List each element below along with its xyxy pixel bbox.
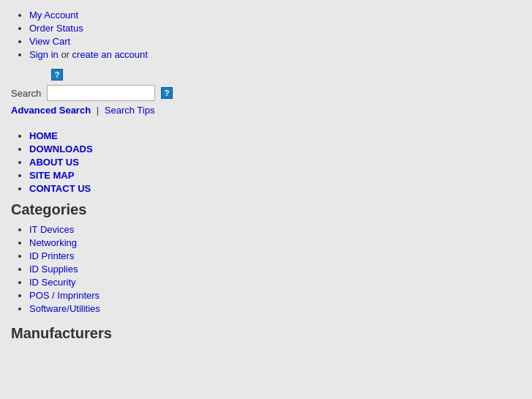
id-security-link[interactable]: ID Security — [29, 277, 76, 288]
view-cart-link[interactable]: View Cart — [29, 36, 70, 47]
list-item: Software/Utilities — [29, 303, 521, 314]
search-links: Advanced Search | Search Tips — [11, 105, 521, 116]
list-item: Order Status — [29, 23, 521, 34]
manufacturers-section: Manufacturers — [11, 325, 521, 342]
pos-imprinters-link[interactable]: POS / Imprinters — [29, 290, 100, 301]
about-us-link[interactable]: ABOUT US — [29, 157, 79, 168]
search-icon-top-wrapper — [11, 69, 521, 85]
categories-list: IT Devices Networking ID Printers ID Sup… — [11, 224, 521, 314]
list-item: HOME — [29, 130, 521, 141]
list-item: IT Devices — [29, 224, 521, 235]
main-nav-list: HOME DOWNLOADS ABOUT US SITE MAP CONTACT… — [11, 130, 521, 194]
list-item: POS / Imprinters — [29, 290, 521, 301]
list-item: SITE MAP — [29, 170, 521, 181]
sign-in-link[interactable]: Sign in — [29, 49, 59, 60]
top-nav-list: My Account Order Status View Cart Sign i… — [11, 10, 521, 60]
list-item: Networking — [29, 237, 521, 248]
id-printers-link[interactable]: ID Printers — [29, 250, 74, 261]
search-section: Search Advanced Search | Search Tips — [11, 69, 521, 116]
id-supplies-link[interactable]: ID Supplies — [29, 264, 78, 275]
search-help-icon-top[interactable] — [51, 69, 63, 81]
list-item: ID Supplies — [29, 264, 521, 275]
top-nav: My Account Order Status View Cart Sign i… — [11, 10, 521, 60]
list-item: ABOUT US — [29, 157, 521, 168]
separator: | — [97, 105, 99, 116]
downloads-link[interactable]: DOWNLOADS — [29, 143, 93, 154]
list-item: DOWNLOADS — [29, 143, 521, 154]
search-label: Search — [11, 88, 41, 99]
list-item: Sign in or create an account — [29, 49, 521, 60]
advanced-search-link[interactable]: Advanced Search — [11, 105, 91, 116]
search-row: Search — [11, 85, 521, 101]
networking-link[interactable]: Networking — [29, 237, 77, 248]
manufacturers-title: Manufacturers — [11, 325, 521, 342]
list-item: My Account — [29, 10, 521, 20]
search-tips-link[interactable]: Search Tips — [105, 105, 155, 116]
list-item: ID Printers — [29, 250, 521, 261]
categories-section: Categories IT Devices Networking ID Prin… — [11, 201, 521, 314]
create-account-link[interactable]: create an account — [72, 49, 148, 60]
it-devices-link[interactable]: IT Devices — [29, 224, 74, 235]
contact-us-link[interactable]: CONTACT US — [29, 183, 91, 194]
order-status-link[interactable]: Order Status — [29, 23, 83, 34]
home-link[interactable]: HOME — [29, 130, 58, 141]
or-text: or — [61, 49, 70, 60]
list-item: ID Security — [29, 277, 521, 288]
search-help-icon[interactable] — [161, 87, 173, 99]
list-item: CONTACT US — [29, 183, 521, 194]
main-nav: HOME DOWNLOADS ABOUT US SITE MAP CONTACT… — [11, 130, 521, 194]
categories-title: Categories — [11, 201, 521, 218]
my-account-link[interactable]: My Account — [29, 10, 78, 20]
list-item: View Cart — [29, 36, 521, 47]
search-input[interactable] — [47, 85, 155, 101]
site-map-link[interactable]: SITE MAP — [29, 170, 74, 181]
software-utilities-link[interactable]: Software/Utilities — [29, 303, 100, 314]
